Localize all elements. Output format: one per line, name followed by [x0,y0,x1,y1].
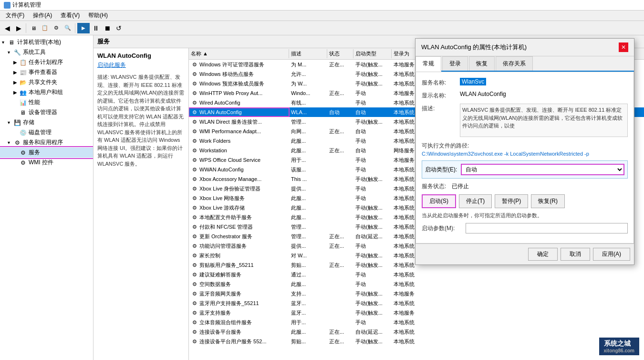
description-label: 描述: [422,104,460,113]
exec-path-row: 可执行文件的路径: C:\Windows\system32\svchost.ex… [422,141,628,157]
ok-button[interactable]: 确定 [528,248,558,261]
dialog-footer: 确定 取消 应用(A) [415,244,634,265]
status-label: 服务状态: [422,182,446,191]
tab-recovery[interactable]: 恢复 [469,56,495,71]
dialog-title-bar: WLAN AutoConfig 的属性(本地计算机) ✕ [415,39,634,56]
pause-button[interactable]: 暂停(P) [495,194,528,208]
watermark-text: 系统之城 [604,339,634,348]
properties-dialog: WLAN AutoConfig 的属性(本地计算机) ✕ 常规 登录 恢复 依存… [415,38,634,265]
start-param-row: 启动参数(M): [422,223,628,233]
apply-button[interactable]: 应用(A) [593,248,630,261]
service-name-highlight: WlanSvc [460,78,486,85]
tab-dependencies[interactable]: 依存关系 [496,56,533,71]
display-name-row: 显示名称: WLAN AutoConfig [422,91,628,100]
startup-type-select[interactable]: 自动 自动(延迟启动) 手动 禁用 [461,164,624,175]
startup-type-label: 启动类型(E): [425,166,457,174]
start-button[interactable]: 启动(S) [422,194,456,208]
watermark-sub: xitong86.com [604,348,634,353]
start-param-label: 启动参数(M): [422,224,460,233]
tab-login[interactable]: 登录 [442,56,468,71]
service-name-row: 服务名称: WlanSvc [422,78,628,87]
watermark: 系统之城 xitong86.com [599,338,639,355]
description-value: WLANSVC 服务提供配置、发现、连接、断开与 IEEE 802.11 标准定… [460,104,628,137]
description-row: 描述: WLANSVC 服务提供配置、发现、连接、断开与 IEEE 802.11… [422,104,628,137]
service-name-value: WlanSvc [460,78,628,85]
dialog-overlay: WLAN AutoConfig 的属性(本地计算机) ✕ 常规 登录 恢复 依存… [0,0,644,360]
start-param-input[interactable] [466,223,628,233]
exec-path-value: C:\Windows\system32\svchost.exe -k Local… [422,151,589,157]
tab-general[interactable]: 常规 [415,56,441,72]
display-name-label: 显示名称: [422,91,460,100]
status-section: 服务状态: 已停止 启动(S) 停止(T) 暂停(P) 恢复(R) [422,182,628,208]
service-control-buttons: 启动(S) 停止(T) 暂停(P) 恢复(R) [422,194,628,208]
service-name-label: 服务名称: [422,78,460,87]
dialog-close-button[interactable]: ✕ [619,42,628,52]
startup-type-row: 启动类型(E): 自动 自动(延迟启动) 手动 禁用 [422,160,628,179]
status-value: 已停止 [452,182,469,191]
hint-text: 当从此处启动服务时，你可指定所适用的启动参数。 [422,212,628,219]
display-name-value: WLAN AutoConfig [460,91,628,97]
status-row: 服务状态: 已停止 [422,182,628,191]
stop-button[interactable]: 停止(T) [459,194,492,208]
cancel-button[interactable]: 取消 [561,248,590,261]
dialog-title-text: WLAN AutoConfig 的属性(本地计算机) [421,43,527,52]
dialog-body: 服务名称: WlanSvc 显示名称: WLAN AutoConfig 描述: … [415,72,634,244]
exec-path-label: 可执行文件的路径: [422,141,469,150]
dialog-tabs: 常规 登录 恢复 依存关系 [415,56,634,72]
resume-button[interactable]: 恢复(R) [531,194,565,208]
